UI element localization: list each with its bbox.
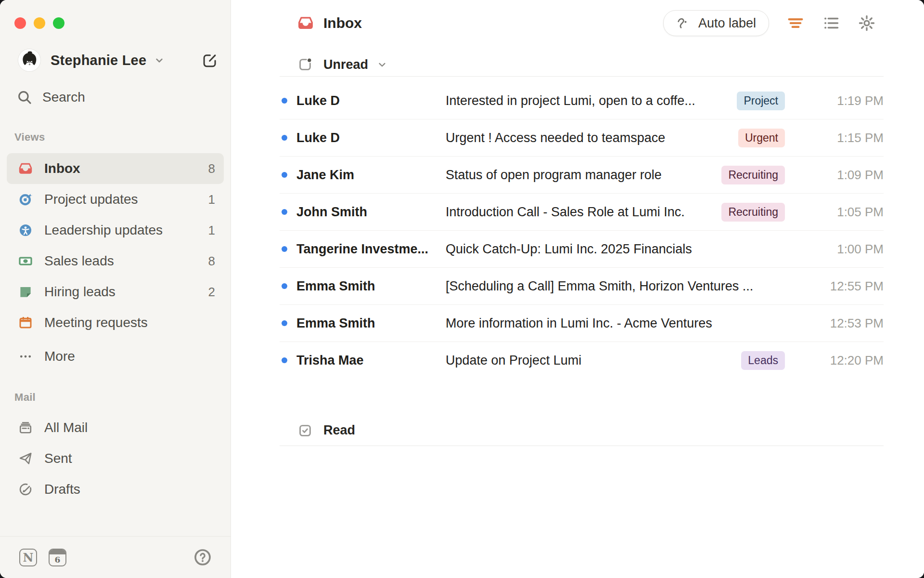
email-sender: John Smith (296, 205, 446, 220)
unread-label: Unread (323, 57, 368, 72)
email-time: 12:53 PM (785, 316, 884, 331)
read-section-header[interactable]: Read (280, 415, 884, 446)
unread-count: 2 (208, 285, 215, 300)
all-mail-icon (18, 420, 33, 435)
email-tag: Recruiting (721, 203, 785, 222)
unread-dot (282, 98, 287, 104)
email-time: 12:20 PM (785, 353, 884, 368)
email-row[interactable]: Trisha Mae Update on Project Lumi Leads … (280, 342, 884, 379)
sidebar-item-leadership-updates[interactable]: Leadership updates 1 (7, 215, 224, 246)
sidebar-footer: N 6 (19, 544, 212, 570)
email-time: 1:00 PM (785, 242, 884, 257)
list-view-button[interactable] (822, 14, 840, 32)
sidebar-item-label: Sales leads (44, 253, 114, 269)
email-sender: Luke D (296, 131, 446, 145)
mail-section-label: Mail (14, 391, 36, 404)
sidebar: Stephanie Lee Search Views (0, 0, 231, 578)
accessibility-icon (18, 223, 33, 237)
auto-label-button[interactable]: Auto label (663, 10, 769, 36)
inbox-icon (18, 161, 33, 176)
unread-dot (282, 320, 287, 326)
sidebar-item-label: Hiring leads (44, 284, 116, 300)
sidebar-item-all-mail[interactable]: All Mail (7, 412, 224, 443)
email-tag: Urgent (738, 129, 785, 147)
sidebar-item-label: Sent (44, 451, 72, 466)
sidebar-item-more[interactable]: More (7, 341, 224, 372)
avatar (18, 49, 41, 72)
note-icon (18, 285, 33, 299)
mail-app-window: Stephanie Lee Search Views (0, 0, 924, 578)
ellipsis-icon (18, 349, 33, 364)
email-row[interactable]: Jane Kim Status of open program manager … (280, 157, 884, 194)
chevron-down-icon (376, 58, 388, 71)
sidebar-item-hiring-leads[interactable]: Hiring leads 2 (7, 276, 224, 307)
unread-count: 8 (208, 254, 215, 269)
unread-dot (282, 246, 287, 252)
filter-icon (786, 14, 805, 32)
email-subject: Update on Project Lumi (446, 353, 741, 368)
search-icon (16, 89, 33, 105)
sidebar-item-sent[interactable]: Sent (7, 443, 224, 474)
unread-dot (282, 209, 287, 215)
sidebar-item-label: Project updates (44, 192, 138, 207)
unread-count: 1 (208, 192, 215, 207)
account-switcher[interactable]: Stephanie Lee (18, 48, 219, 72)
search-label: Search (42, 90, 85, 105)
account-name: Stephanie Lee (51, 53, 146, 68)
sidebar-item-inbox[interactable]: Inbox 8 (7, 153, 224, 184)
unread-dot (282, 172, 287, 178)
email-row[interactable]: Tangerine Investme... Quick Catch-Up: Lu… (280, 231, 884, 268)
help-button[interactable] (193, 548, 212, 567)
compose-button[interactable] (201, 51, 219, 69)
search-button[interactable]: Search (16, 86, 85, 109)
email-row[interactable]: Luke D Interested in project Lumi, open … (280, 82, 884, 119)
zoom-window-button[interactable] (53, 17, 64, 29)
calendar-icon (18, 315, 33, 330)
minimize-window-button[interactable] (34, 17, 45, 29)
unread-count: 8 (208, 161, 215, 176)
sidebar-footer-divider (0, 536, 231, 537)
email-sender: Jane Kim (296, 168, 446, 183)
target-icon (18, 192, 33, 207)
unread-section-header[interactable]: Unread (297, 53, 388, 76)
email-time: 1:15 PM (785, 131, 884, 145)
email-sender: Trisha Mae (296, 353, 446, 368)
money-icon (18, 254, 33, 268)
sidebar-item-label: Drafts (44, 482, 80, 497)
sidebar-item-meeting-requests[interactable]: Meeting requests (7, 307, 224, 338)
draft-icon (18, 482, 33, 497)
send-icon (18, 451, 33, 466)
sidebar-item-project-updates[interactable]: Project updates 1 (7, 184, 224, 215)
inbox-icon (297, 15, 314, 31)
page-title: Inbox (323, 15, 362, 31)
settings-button[interactable] (858, 14, 876, 32)
header-controls: Auto label (663, 10, 876, 36)
email-subject: Quick Catch-Up: Lumi Inc. 2025 Financial… (446, 242, 785, 257)
email-time: 1:05 PM (785, 205, 884, 220)
notion-calendar-icon[interactable]: 6 (49, 549, 66, 566)
email-row[interactable]: Luke D Urgent ! Access needed to teamspa… (280, 119, 884, 157)
sidebar-item-label: Inbox (44, 161, 80, 176)
email-subject: Interested in project Lumi, open to a co… (446, 93, 737, 108)
notion-app-icon[interactable]: N (19, 549, 37, 566)
email-sender: Luke D (296, 93, 446, 108)
email-time: 12:55 PM (785, 279, 884, 294)
close-window-button[interactable] (14, 17, 26, 29)
unread-count: 1 (208, 223, 215, 238)
email-tag: Project (737, 92, 785, 110)
filter-button[interactable] (786, 14, 805, 32)
read-label: Read (323, 423, 355, 438)
read-checkbox-icon (297, 423, 313, 438)
email-row[interactable]: John Smith Introduction Call - Sales Rol… (280, 194, 884, 231)
chevron-down-icon (153, 54, 166, 66)
sidebar-item-sales-leads[interactable]: Sales leads 8 (7, 246, 224, 276)
sidebar-item-drafts[interactable]: Drafts (7, 474, 224, 505)
email-row[interactable]: Emma Smith More information in Lumi Inc.… (280, 305, 884, 342)
email-subject: [Scheduling a Call] Emma Smith, Horizon … (446, 279, 785, 294)
email-sender: Emma Smith (296, 316, 446, 331)
auto-label-label: Auto label (698, 16, 756, 31)
gear-icon (858, 14, 876, 32)
question-mark-icon (193, 548, 212, 567)
views-section-label: Views (14, 131, 45, 144)
email-row[interactable]: Emma Smith [Scheduling a Call] Emma Smit… (280, 268, 884, 305)
